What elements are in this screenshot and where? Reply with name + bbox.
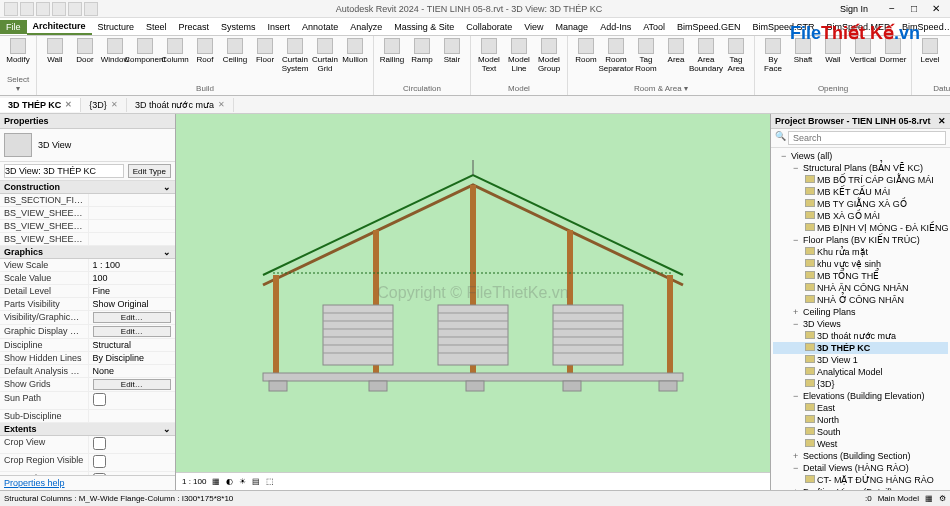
tree-node[interactable]: South bbox=[773, 426, 948, 438]
tree-node[interactable]: −Floor Plans (BV KIẾN TRÚC) bbox=[773, 234, 948, 246]
browser-search-input[interactable] bbox=[788, 131, 946, 145]
prop-value[interactable]: 100 bbox=[88, 272, 176, 284]
tab-atool[interactable]: ATool bbox=[637, 20, 671, 34]
tree-node[interactable]: +Ceiling Plans bbox=[773, 306, 948, 318]
main-model-label[interactable]: Main Model bbox=[878, 494, 919, 503]
tree-node[interactable]: MB ĐỊNH VỊ MÓNG - ĐÀ KIỀNG bbox=[773, 222, 948, 234]
prop-value[interactable] bbox=[88, 220, 176, 232]
tree-node[interactable]: −Elevations (Building Elevation) bbox=[773, 390, 948, 402]
tree-node[interactable]: 3D View 1 bbox=[773, 354, 948, 366]
prop-value[interactable]: Structural bbox=[88, 339, 176, 351]
areaboundary-button[interactable]: Area Boundary bbox=[692, 38, 720, 73]
tree-node[interactable]: −Structural Plans (BẢN VẼ KC) bbox=[773, 162, 948, 174]
door-button[interactable]: Door bbox=[71, 38, 99, 64]
tree-node[interactable]: NHÀ Ở CÔNG NHÂN bbox=[773, 294, 948, 306]
tab-analyze[interactable]: Analyze bbox=[344, 20, 388, 34]
tab-insert[interactable]: Insert bbox=[262, 20, 297, 34]
properties-help-link[interactable]: Properties help bbox=[0, 475, 175, 490]
prop-section-header[interactable]: Construction⌄ bbox=[0, 181, 175, 194]
tree-node[interactable]: NHÀ ĂN CÔNG NHÂN bbox=[773, 282, 948, 294]
selection-count[interactable]: :0 bbox=[865, 494, 872, 503]
tab-collaborate[interactable]: Collaborate bbox=[460, 20, 518, 34]
edit-button[interactable]: Edit… bbox=[93, 312, 172, 323]
expand-icon[interactable]: − bbox=[793, 463, 803, 473]
prop-value[interactable]: Edit… bbox=[88, 325, 176, 338]
minimize-button[interactable]: − bbox=[882, 2, 902, 16]
tab-bimspeedgen[interactable]: BimSpeed.GEN bbox=[671, 20, 747, 34]
tree-node[interactable]: 3D THÉP KC bbox=[773, 342, 948, 354]
scale-label[interactable]: 1 : 100 bbox=[182, 477, 206, 486]
visual-style-icon[interactable]: ◐ bbox=[226, 477, 233, 486]
tree-node[interactable]: 3D thoát nước mưa bbox=[773, 330, 948, 342]
type-selector[interactable]: 3D View bbox=[0, 129, 175, 162]
tree-node[interactable]: khu vực vệ sinh bbox=[773, 258, 948, 270]
area-button[interactable]: Area bbox=[662, 38, 690, 64]
modify-button[interactable]: Modify bbox=[4, 38, 32, 64]
view-tab[interactable]: 3D THÉP KC✕ bbox=[0, 98, 81, 112]
tree-node[interactable]: MB TỔNG THỂ bbox=[773, 270, 948, 282]
prop-value[interactable]: Fine bbox=[88, 285, 176, 297]
prop-section-header[interactable]: Graphics⌄ bbox=[0, 246, 175, 259]
prop-value[interactable]: Show Original bbox=[88, 298, 176, 310]
expand-icon[interactable]: + bbox=[793, 451, 803, 461]
qat-open-icon[interactable] bbox=[20, 2, 34, 16]
expand-icon[interactable]: − bbox=[793, 235, 803, 245]
qat-redo-icon[interactable] bbox=[68, 2, 82, 16]
level-button[interactable]: Level bbox=[916, 38, 944, 64]
tagarea-button[interactable]: Tag Area bbox=[722, 38, 750, 73]
tab-close-icon[interactable]: ✕ bbox=[111, 100, 118, 109]
tagroom-button[interactable]: Tag Room bbox=[632, 38, 660, 73]
roomseparator-button[interactable]: Room Separator bbox=[602, 38, 630, 73]
tab-manage[interactable]: Manage bbox=[550, 20, 595, 34]
room-button[interactable]: Room bbox=[572, 38, 600, 64]
tab-view[interactable]: View bbox=[518, 20, 549, 34]
prop-checkbox[interactable] bbox=[93, 393, 106, 406]
tree-node[interactable]: CT- MẶT ĐỨNG HÀNG RÀO bbox=[773, 474, 948, 486]
crop-icon[interactable]: ⬚ bbox=[266, 477, 274, 486]
instance-selector[interactable] bbox=[4, 164, 124, 178]
maximize-button[interactable]: □ bbox=[904, 2, 924, 16]
prop-checkbox[interactable] bbox=[93, 455, 106, 468]
prop-value[interactable]: Edit… bbox=[88, 311, 176, 324]
close-button[interactable]: ✕ bbox=[926, 2, 946, 16]
prop-value[interactable]: By Discipline bbox=[88, 352, 176, 364]
tree-node[interactable]: MB BỐ TRÍ CÁP GIẰNG MÁI bbox=[773, 174, 948, 186]
tab-systems[interactable]: Systems bbox=[215, 20, 262, 34]
expand-icon[interactable]: − bbox=[793, 163, 803, 173]
edit-type-button[interactable]: Edit Type bbox=[128, 164, 171, 178]
tree-node[interactable]: MB TY GIẰNG XÀ GỒ bbox=[773, 198, 948, 210]
tree-node[interactable]: North bbox=[773, 414, 948, 426]
browser-close-icon[interactable]: ✕ bbox=[938, 116, 946, 126]
signin-link[interactable]: Sign In bbox=[840, 4, 868, 14]
modelgroup-button[interactable]: Model Group bbox=[535, 38, 563, 73]
3d-viewport[interactable]: Copyright © FileThietKe.vn bbox=[176, 114, 770, 472]
prop-value[interactable] bbox=[88, 233, 176, 245]
grid-button[interactable]: Grid bbox=[946, 38, 950, 64]
prop-value[interactable] bbox=[88, 207, 176, 219]
tab-massingsite[interactable]: Massing & Site bbox=[388, 20, 460, 34]
tree-node[interactable]: MB XÀ GỒ MÁI bbox=[773, 210, 948, 222]
qat-undo-icon[interactable] bbox=[52, 2, 66, 16]
edit-button[interactable]: Edit… bbox=[93, 326, 172, 337]
column-button[interactable]: Column bbox=[161, 38, 189, 64]
expand-icon[interactable]: − bbox=[793, 319, 803, 329]
curtaingrid-button[interactable]: Curtain Grid bbox=[311, 38, 339, 73]
tab-architecture[interactable]: Architecture bbox=[27, 19, 92, 35]
view-tab[interactable]: 3D thoát nước mưa✕ bbox=[127, 98, 234, 112]
tree-node[interactable]: MB KẾT CẤU MÁI bbox=[773, 186, 948, 198]
stair-button[interactable]: Stair bbox=[438, 38, 466, 64]
modeltext-button[interactable]: Model Text bbox=[475, 38, 503, 73]
prop-value[interactable] bbox=[88, 392, 176, 409]
prop-value[interactable] bbox=[88, 410, 176, 422]
prop-value[interactable] bbox=[88, 454, 176, 471]
tree-node[interactable]: Khu rửa mặt bbox=[773, 246, 948, 258]
tree-node[interactable]: −3D Views bbox=[773, 318, 948, 330]
qat-save-icon[interactable] bbox=[36, 2, 50, 16]
mullion-button[interactable]: Mullion bbox=[341, 38, 369, 64]
tab-close-icon[interactable]: ✕ bbox=[65, 100, 72, 109]
tab-steel[interactable]: Steel bbox=[140, 20, 173, 34]
tree-node[interactable]: Analytical Model bbox=[773, 366, 948, 378]
prop-value[interactable] bbox=[88, 194, 176, 206]
edit-button[interactable]: Edit… bbox=[93, 379, 172, 390]
tab-annotate[interactable]: Annotate bbox=[296, 20, 344, 34]
